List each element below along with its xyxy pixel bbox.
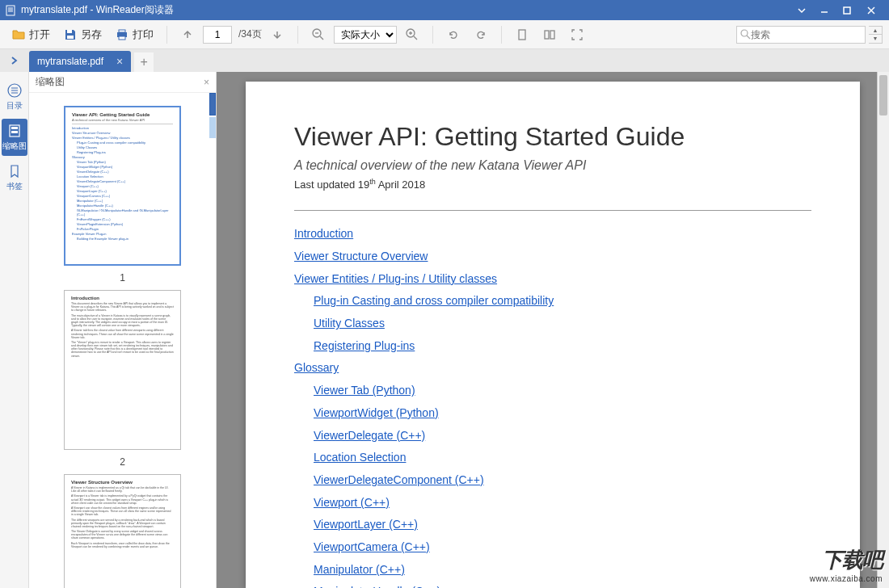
search-icon bbox=[740, 29, 751, 40]
toc-link[interactable]: Viewer Entities / Plug-ins / Utility cla… bbox=[294, 272, 497, 285]
open-label: 打开 bbox=[29, 27, 50, 42]
zoom-out-icon bbox=[311, 27, 326, 42]
toolbar: 打开 另存 打印 /34页 实际大小 ▲ ▼ bbox=[0, 20, 889, 49]
toc-link[interactable]: Utility Classes bbox=[314, 317, 385, 330]
print-icon bbox=[115, 27, 129, 42]
main-area: 目录 缩略图 书签 缩略图 × Viewer API: Getting Star… bbox=[0, 72, 889, 588]
single-page-icon bbox=[515, 27, 529, 42]
svg-line-14 bbox=[320, 36, 323, 40]
toc-link[interactable]: ViewportWidget (Python) bbox=[314, 406, 439, 419]
search-nav: ▲ ▼ bbox=[869, 26, 883, 44]
search-input[interactable] bbox=[751, 29, 856, 40]
zoom-in-icon bbox=[405, 27, 419, 42]
fullscreen-button[interactable] bbox=[565, 24, 589, 45]
close-button[interactable] bbox=[858, 0, 884, 20]
print-button[interactable]: 打印 bbox=[110, 24, 158, 45]
next-page-button[interactable] bbox=[265, 24, 289, 45]
toc-link[interactable]: Plug-in Casting and cross compiler compa… bbox=[314, 294, 554, 307]
toc-link[interactable]: Viewport (C++) bbox=[314, 496, 390, 509]
sidebar-item-toc[interactable]: 目录 bbox=[2, 78, 27, 116]
titlebar: mytranslate.pdf - WinReader阅读器 bbox=[0, 0, 889, 20]
document-viewer[interactable]: Viewer API: Getting Started Guide A tech… bbox=[217, 72, 889, 588]
toc-link[interactable]: Location Selection bbox=[314, 451, 406, 464]
svg-rect-20 bbox=[519, 30, 525, 40]
bookmark-icon bbox=[6, 163, 23, 179]
toc-link[interactable]: Viewer Structure Overview bbox=[294, 250, 428, 262]
svg-rect-8 bbox=[67, 30, 72, 33]
sidebar-item-bookmarks[interactable]: 书签 bbox=[2, 159, 27, 196]
dropdown-button[interactable] bbox=[790, 0, 813, 20]
zoom-in-button[interactable] bbox=[400, 24, 424, 45]
panel-close-button[interactable]: × bbox=[204, 77, 209, 88]
page-strip-segment[interactable] bbox=[209, 93, 216, 116]
panel-title: 缩略图 bbox=[36, 75, 65, 89]
svg-rect-21 bbox=[545, 31, 549, 39]
document-tab[interactable]: mytranslate.pdf × bbox=[29, 51, 131, 72]
toc-link[interactable]: ManipulatorHandle (C++) bbox=[314, 585, 440, 588]
save-label: 另存 bbox=[81, 27, 102, 42]
document-page: Viewer API: Getting Started Guide A tech… bbox=[246, 82, 860, 588]
arrow-up-icon bbox=[180, 27, 195, 42]
thumbnail-page-2[interactable]: Introduction This document describes the… bbox=[64, 290, 181, 450]
tab-close-button[interactable]: × bbox=[116, 55, 123, 68]
toc-link[interactable]: Registering Plug-ins bbox=[314, 339, 415, 352]
svg-point-23 bbox=[741, 30, 748, 36]
arrow-down-icon bbox=[270, 27, 284, 42]
window-title: mytranslate.pdf - WinReader阅读器 bbox=[21, 3, 790, 17]
search-next-button[interactable]: ▼ bbox=[869, 35, 882, 43]
toggle-sidebar-button[interactable] bbox=[0, 49, 29, 72]
toc-link[interactable]: Viewer Tab (Python) bbox=[314, 384, 415, 397]
thumbnail-page-1[interactable]: Viewer API: Getting Started Guide A tech… bbox=[64, 106, 181, 266]
save-icon bbox=[63, 27, 78, 42]
page-number-input[interactable] bbox=[203, 26, 232, 44]
toc-link[interactable]: ViewerDelegate (C++) bbox=[314, 429, 425, 442]
table-of-contents: IntroductionViewer Structure OverviewVie… bbox=[294, 225, 811, 588]
svg-rect-5 bbox=[844, 7, 850, 14]
prev-page-button[interactable] bbox=[175, 24, 200, 45]
toc-link[interactable]: ViewportCamera (C++) bbox=[314, 540, 430, 553]
vertical-scrollbar[interactable] bbox=[877, 72, 889, 588]
thumb-label-1: 1 bbox=[39, 272, 206, 284]
two-page-button[interactable] bbox=[537, 24, 562, 45]
toc-link[interactable]: Introduction bbox=[294, 227, 353, 240]
open-button[interactable]: 打开 bbox=[6, 24, 55, 45]
sidebar-item-thumbnails[interactable]: 缩略图 bbox=[2, 119, 27, 156]
zoom-out-button[interactable] bbox=[306, 24, 331, 45]
minimize-button[interactable] bbox=[813, 0, 836, 20]
rotate-left-button[interactable] bbox=[441, 24, 466, 45]
thumbnails-icon bbox=[6, 123, 23, 139]
svg-rect-9 bbox=[67, 36, 74, 39]
single-page-button[interactable] bbox=[510, 24, 534, 45]
svg-rect-11 bbox=[119, 30, 125, 32]
print-label: 打印 bbox=[133, 27, 154, 42]
svg-line-24 bbox=[747, 36, 750, 39]
folder-open-icon bbox=[11, 27, 26, 42]
toc-link[interactable]: Glossary bbox=[294, 361, 339, 374]
tab-label: mytranslate.pdf bbox=[37, 56, 103, 67]
search-box[interactable] bbox=[736, 26, 866, 44]
search-prev-button[interactable]: ▲ bbox=[869, 27, 882, 35]
rotate-right-button[interactable] bbox=[469, 24, 493, 45]
thumbnail-page-3[interactable]: Viewer Structure Overview A Viewer in Ka… bbox=[64, 474, 181, 588]
svg-line-17 bbox=[414, 36, 417, 40]
app-icon bbox=[5, 5, 16, 16]
page-strip bbox=[209, 93, 216, 140]
doc-updated: Last updated 19th April 2018 bbox=[294, 178, 811, 191]
toc-link[interactable]: ViewerDelegateComponent (C++) bbox=[314, 473, 484, 486]
maximize-button[interactable] bbox=[836, 0, 858, 20]
toc-link[interactable]: Manipulator (C++) bbox=[314, 563, 405, 576]
new-tab-button[interactable]: + bbox=[134, 52, 154, 72]
page-total-label: /34页 bbox=[238, 27, 262, 41]
toc-link[interactable]: ViewportLayer (C++) bbox=[314, 518, 418, 531]
page-strip-segment[interactable] bbox=[209, 117, 216, 138]
thumb-label-2: 2 bbox=[39, 456, 206, 468]
zoom-select[interactable]: 实际大小 bbox=[334, 26, 397, 44]
svg-rect-31 bbox=[11, 131, 18, 133]
rotate-right-icon bbox=[474, 27, 488, 42]
save-button[interactable]: 另存 bbox=[58, 24, 107, 45]
svg-rect-0 bbox=[6, 6, 15, 15]
thumbnail-panel: 缩略图 × Viewer API: Getting Started Guide … bbox=[29, 72, 217, 588]
list-icon bbox=[6, 82, 23, 99]
doc-subtitle: A technical overview of the new Katana V… bbox=[294, 158, 811, 173]
scrollbar-thumb[interactable] bbox=[879, 75, 887, 116]
